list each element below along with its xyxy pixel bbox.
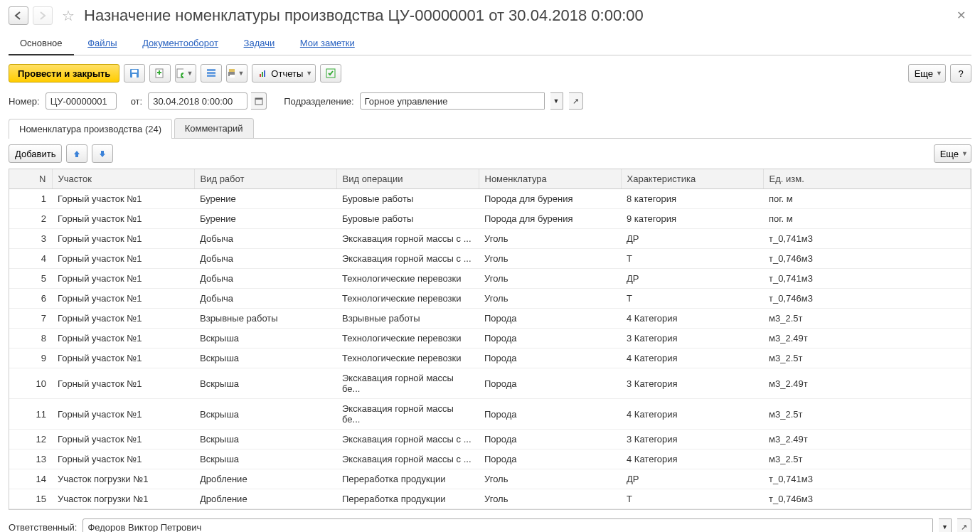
responsible-open-button[interactable]: ↗ — [957, 518, 971, 532]
post-and-close-button[interactable]: Провести и закрыть — [9, 64, 119, 83]
section-files[interactable]: Файлы — [76, 32, 128, 54]
responsible-dropdown-button[interactable]: ▼ — [939, 518, 952, 532]
table-row[interactable]: 3Горный участок №1ДобычаЭкскавация горно… — [9, 229, 971, 249]
cell-uchastok: Горный участок №1 — [52, 249, 194, 269]
cell-vid-rabot: Взрывные работы — [194, 309, 336, 329]
number-field[interactable]: ЦУ-00000001 — [46, 92, 117, 110]
table-row[interactable]: 9Горный участок №1ВскрышаТехнологические… — [9, 349, 971, 368]
section-tasks[interactable]: Задачи — [233, 32, 287, 54]
tab-comment[interactable]: Комментарий — [174, 118, 254, 138]
cell-charact: 3 Категория — [621, 368, 763, 399]
table-row[interactable]: 13Горный участок №1ВскрышаЭкскавация гор… — [9, 449, 971, 469]
help-button[interactable]: ? — [950, 64, 971, 83]
nav-forward-button[interactable] — [33, 6, 53, 25]
cell-vid-oper: Экскавация горной массы с ... — [336, 229, 479, 249]
cell-charact: Т — [621, 249, 763, 269]
table-row[interactable]: 1Горный участок №1БурениеБуровые работыП… — [9, 189, 971, 209]
cell-charact: 4 Категория — [621, 309, 763, 329]
cell-nomen: Уголь — [479, 489, 621, 509]
cell-charact: 8 категория — [621, 189, 763, 209]
move-up-button[interactable] — [66, 144, 87, 163]
cell-uchastok: Горный участок №1 — [52, 269, 194, 289]
cell-nomen: Уголь — [479, 469, 621, 489]
post-button[interactable] — [149, 64, 171, 83]
section-notes[interactable]: Мои заметки — [289, 32, 366, 54]
cell-unit: м3_2.49т — [763, 329, 971, 349]
move-down-button[interactable] — [92, 144, 113, 163]
col-header-vid-oper[interactable]: Вид операции — [336, 169, 479, 189]
col-header-unit[interactable]: Ед. изм. — [763, 169, 971, 189]
cell-vid-oper: Переработка продукции — [336, 469, 479, 489]
add-button[interactable]: Добавить — [9, 144, 62, 163]
table-row[interactable]: 2Горный участок №1БурениеБуровые работыП… — [9, 209, 971, 229]
cell-unit: пог. м — [763, 189, 971, 209]
dept-dropdown-button[interactable]: ▼ — [550, 92, 563, 110]
tab-nomenclature[interactable]: Номенклатура производства (24) — [9, 119, 172, 139]
cell-charact: 4 Категория — [621, 349, 763, 368]
cell-vid-rabot: Добыча — [194, 269, 336, 289]
favorite-star-icon[interactable]: ☆ — [60, 7, 77, 24]
col-header-charact[interactable]: Характеристика — [621, 169, 763, 189]
svg-rect-14 — [264, 70, 265, 77]
cell-unit: м3_2.5т — [763, 349, 971, 368]
col-header-vid-rabot[interactable]: Вид работ — [194, 169, 336, 189]
col-header-n[interactable]: N — [9, 169, 52, 189]
close-button[interactable]: ✕ — [951, 6, 971, 25]
table-row[interactable]: 7Горный участок №1Взрывные работыВзрывны… — [9, 309, 971, 329]
cell-charact: 4 Категория — [621, 399, 763, 430]
cell-uchastok: Горный участок №1 — [52, 209, 194, 229]
responsible-field[interactable]: Федоров Виктор Петрович — [82, 518, 933, 532]
col-header-uchastok[interactable]: Участок — [52, 169, 194, 189]
date-field[interactable]: 30.04.2018 0:00:00 — [148, 92, 247, 110]
reports-button[interactable]: Отчеты▼ — [252, 64, 316, 83]
section-main[interactable]: Основное — [9, 32, 74, 55]
cell-vid-oper: Экскавация горной массы с ... — [336, 249, 479, 269]
table-row[interactable]: 4Горный участок №1ДобычаЭкскавация горно… — [9, 249, 971, 269]
responsible-label: Ответственный: — [9, 522, 77, 533]
cell-charact: Т — [621, 289, 763, 309]
cell-uchastok: Горный участок №1 — [52, 449, 194, 469]
cell-nomen: Порода — [479, 349, 621, 368]
svg-rect-8 — [207, 75, 215, 77]
cell-unit: т_0,746м3 — [763, 489, 971, 509]
nav-back-button[interactable] — [9, 6, 28, 25]
cell-vid-rabot: Дробление — [194, 469, 336, 489]
create-based-on-button[interactable]: ▼ — [175, 64, 196, 83]
table-row[interactable]: 12Горный участок №1ВскрышаЭкскавация гор… — [9, 430, 971, 449]
col-header-nomen[interactable]: Номенклатура — [479, 169, 621, 189]
cell-n: 2 — [9, 209, 52, 229]
table-row[interactable]: 10Горный участок №1ВскрышаЭкскавация гор… — [9, 368, 971, 399]
table-row[interactable]: 6Горный участок №1ДобычаТехнологические … — [9, 289, 971, 309]
cell-n: 3 — [9, 229, 52, 249]
svg-rect-6 — [207, 69, 215, 71]
dept-open-button[interactable]: ↗ — [569, 92, 583, 110]
cell-vid-oper: Экскавация горной массы бе... — [336, 368, 479, 399]
cell-vid-rabot: Бурение — [194, 209, 336, 229]
dept-field[interactable]: Горное управление — [360, 92, 545, 110]
cell-nomen: Порода — [479, 449, 621, 469]
table-row[interactable]: 5Горный участок №1ДобычаТехнологические … — [9, 269, 971, 289]
cell-n: 7 — [9, 309, 52, 329]
structure-button[interactable] — [201, 64, 222, 83]
table-row[interactable]: 11Горный участок №1ВскрышаЭкскавация гор… — [9, 399, 971, 430]
dk-button[interactable] — [320, 64, 341, 83]
cell-nomen: Порода — [479, 430, 621, 449]
print-button[interactable]: ▼ — [226, 64, 247, 83]
cell-unit: т_0,746м3 — [763, 289, 971, 309]
save-button[interactable] — [124, 64, 145, 83]
sub-more-button[interactable]: Еще▼ — [934, 144, 971, 163]
cell-nomen: Уголь — [479, 289, 621, 309]
table-row[interactable]: 15Участок погрузки №1ДроблениеПереработк… — [9, 489, 971, 509]
cell-nomen: Порода — [479, 368, 621, 399]
section-docflow[interactable]: Документооборот — [131, 32, 230, 54]
table-row[interactable]: 14Участок погрузки №1ДроблениеПереработк… — [9, 469, 971, 489]
table-row[interactable]: 8Горный участок №1ВскрышаТехнологические… — [9, 329, 971, 349]
calendar-button[interactable] — [251, 92, 267, 110]
more-button[interactable]: Еще▼ — [908, 64, 946, 83]
cell-n: 4 — [9, 249, 52, 269]
cell-unit: м3_2.49т — [763, 430, 971, 449]
sub-more-label: Еще — [940, 149, 959, 159]
svg-rect-13 — [262, 72, 263, 77]
cell-uchastok: Горный участок №1 — [52, 309, 194, 329]
cell-charact: 3 Категория — [621, 430, 763, 449]
